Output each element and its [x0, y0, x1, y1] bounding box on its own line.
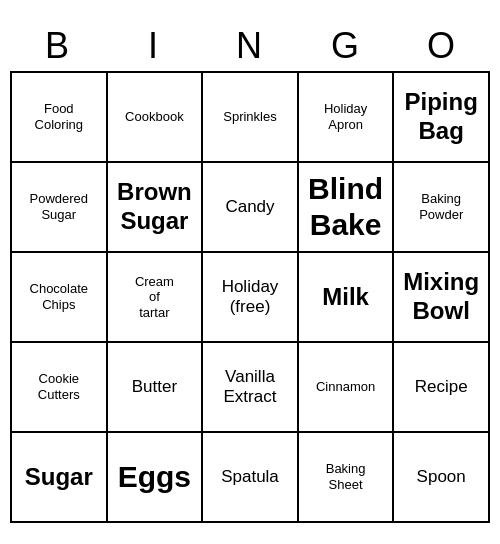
header-letter: G [298, 21, 394, 71]
bingo-cell: Recipe [394, 343, 490, 433]
bingo-cell: Powdered Sugar [12, 163, 108, 253]
bingo-cell: Spatula [203, 433, 299, 523]
bingo-grid: Food ColoringCookbookSprinklesHoliday Ap… [10, 71, 490, 523]
bingo-card: BINGO Food ColoringCookbookSprinklesHoli… [10, 21, 490, 523]
cell-text: Holiday Apron [324, 101, 367, 132]
cell-text: Powdered Sugar [30, 191, 89, 222]
cell-text: Holiday (free) [222, 277, 279, 318]
cell-text: Mixing Bowl [403, 268, 479, 326]
bingo-cell: Baking Powder [394, 163, 490, 253]
bingo-cell: Cream of tartar [108, 253, 204, 343]
cell-text: Chocolate Chips [30, 281, 89, 312]
bingo-cell: Piping Bag [394, 73, 490, 163]
cell-text: Brown Sugar [117, 178, 192, 236]
bingo-cell: Cinnamon [299, 343, 395, 433]
header-letter: N [202, 21, 298, 71]
cell-text: Milk [322, 283, 369, 312]
cell-text: Sugar [25, 463, 93, 492]
cell-text: Candy [225, 197, 274, 217]
bingo-cell: Baking Sheet [299, 433, 395, 523]
bingo-cell: Spoon [394, 433, 490, 523]
cell-text: Baking Powder [419, 191, 463, 222]
cell-text: Eggs [118, 459, 191, 495]
cell-text: Recipe [415, 377, 468, 397]
cell-text: Vanilla Extract [224, 367, 277, 408]
bingo-cell: Sprinkles [203, 73, 299, 163]
cell-text: Cream of tartar [135, 274, 174, 321]
bingo-header: BINGO [10, 21, 490, 71]
bingo-cell: Holiday Apron [299, 73, 395, 163]
bingo-cell: Blind Bake [299, 163, 395, 253]
bingo-cell: Butter [108, 343, 204, 433]
bingo-cell: Candy [203, 163, 299, 253]
cell-text: Cookbook [125, 109, 184, 125]
header-letter: O [394, 21, 490, 71]
header-letter: B [10, 21, 106, 71]
cell-text: Butter [132, 377, 177, 397]
bingo-cell: Milk [299, 253, 395, 343]
cell-text: Spatula [221, 467, 279, 487]
bingo-cell: Food Coloring [12, 73, 108, 163]
bingo-cell: Holiday (free) [203, 253, 299, 343]
cell-text: Piping Bag [405, 88, 478, 146]
bingo-cell: Cookie Cutters [12, 343, 108, 433]
bingo-cell: Eggs [108, 433, 204, 523]
cell-text: Food Coloring [35, 101, 83, 132]
bingo-cell: Cookbook [108, 73, 204, 163]
bingo-cell: Chocolate Chips [12, 253, 108, 343]
bingo-cell: Mixing Bowl [394, 253, 490, 343]
cell-text: Spoon [417, 467, 466, 487]
cell-text: Cookie Cutters [38, 371, 80, 402]
cell-text: Sprinkles [223, 109, 276, 125]
bingo-cell: Brown Sugar [108, 163, 204, 253]
cell-text: Baking Sheet [326, 461, 366, 492]
bingo-cell: Sugar [12, 433, 108, 523]
cell-text: Blind Bake [308, 171, 383, 243]
cell-text: Cinnamon [316, 379, 375, 395]
header-letter: I [106, 21, 202, 71]
bingo-cell: Vanilla Extract [203, 343, 299, 433]
